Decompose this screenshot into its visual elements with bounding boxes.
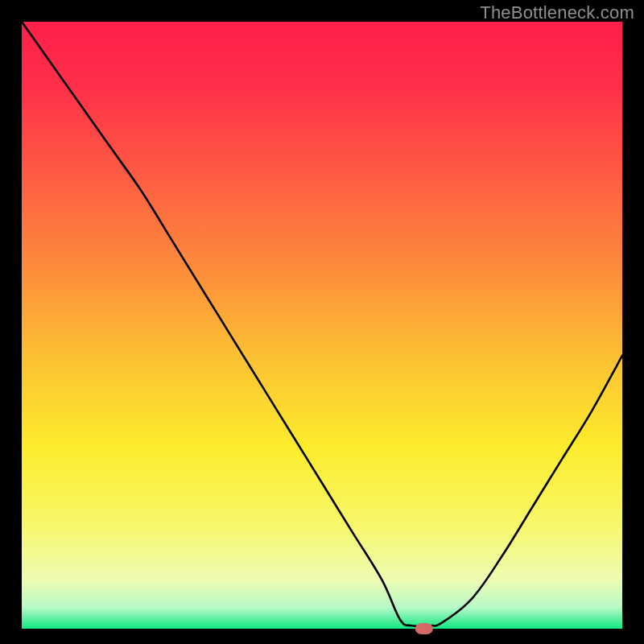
optimal-marker [415,623,433,634]
bottleneck-chart: TheBottleneck.com [0,0,644,644]
watermark-label: TheBottleneck.com [480,2,634,23]
plot-background [22,22,622,629]
chart-svg [0,0,644,644]
